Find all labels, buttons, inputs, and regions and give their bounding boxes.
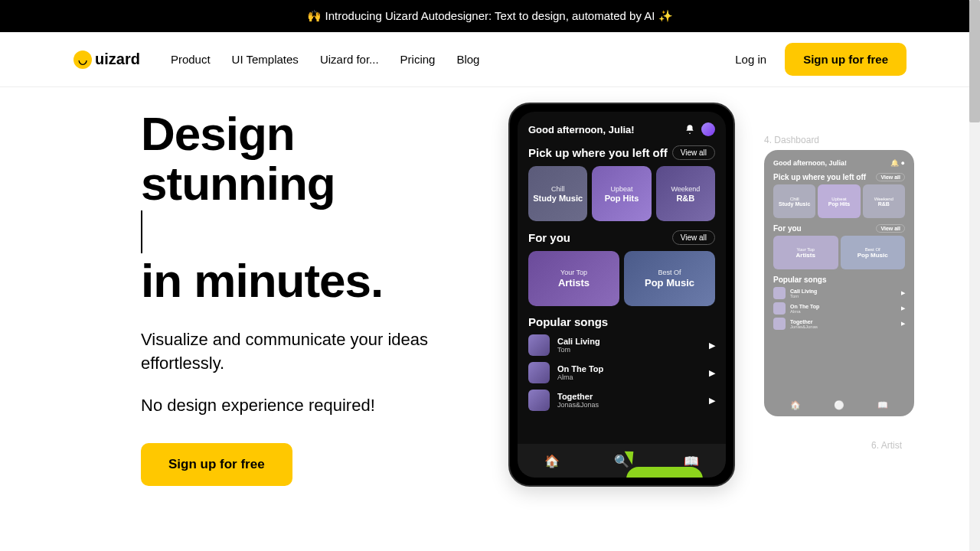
foryou-viewall[interactable]: View all bbox=[672, 230, 715, 245]
signup-button[interactable]: Sign up for free bbox=[785, 43, 906, 76]
toggle-icon: ⚪ bbox=[834, 400, 844, 410]
hero-title-line3: in minutes. bbox=[141, 256, 462, 305]
song-row[interactable]: On The TopAlma ▶ bbox=[528, 362, 715, 383]
hero-title: Design stunning in minutes. bbox=[141, 109, 462, 305]
library-icon[interactable]: 📖 bbox=[684, 454, 699, 468]
section-foryou-head: For you View all bbox=[528, 230, 715, 245]
typing-cursor-icon bbox=[141, 210, 142, 253]
play-icon: ▶ bbox=[901, 321, 905, 327]
foryou-title: For you bbox=[528, 231, 570, 244]
sp-song: On The TopAlma▶ bbox=[773, 302, 905, 315]
hero-cta-button[interactable]: Sign up for free bbox=[141, 443, 292, 486]
card-rnb[interactable]: WeekendR&B bbox=[656, 166, 715, 221]
hero-title-line1: Design bbox=[141, 109, 462, 158]
main-nav: ◡ uizard Product UI Templates Uizard for… bbox=[0, 32, 980, 87]
pickup-title: Pick up where you left off bbox=[528, 146, 668, 159]
library-icon: 📖 bbox=[877, 400, 888, 410]
nav-for[interactable]: Uizard for... bbox=[320, 53, 379, 66]
nav-pricing[interactable]: Pricing bbox=[400, 53, 436, 66]
sketch-label-artist: 6. Artist bbox=[871, 440, 902, 451]
avatar-icon bbox=[701, 122, 715, 136]
announcement-bar[interactable]: 🙌 Introducing Uizard Autodesigner: Text … bbox=[0, 0, 980, 32]
sp-card: UpbeatPop Hits bbox=[818, 184, 860, 218]
play-icon[interactable]: ▶ bbox=[709, 368, 715, 378]
user-tag bbox=[626, 467, 703, 478]
song-text: Cali LivingTom bbox=[557, 337, 701, 354]
phone-mockup: Good afternoon, Julia! Pick up where you… bbox=[508, 103, 735, 487]
section-pickup-head: Pick up where you left off View all bbox=[528, 145, 715, 160]
pickup-viewall[interactable]: View all bbox=[672, 145, 715, 160]
hero-title-line2: stunning bbox=[141, 158, 462, 208]
sp-cards2: Your TopArtists Best OfPop Music bbox=[773, 236, 905, 269]
home-icon[interactable]: 🏠 bbox=[544, 454, 560, 468]
home-icon: 🏠 bbox=[790, 400, 801, 410]
card-study[interactable]: ChillStudy Music bbox=[528, 166, 587, 221]
song-row[interactable]: Cali LivingTom ▶ bbox=[528, 334, 715, 356]
hero-subtitle-2: No design experience required! bbox=[141, 396, 462, 416]
song-art-icon bbox=[528, 362, 550, 383]
greeting-icons bbox=[684, 122, 715, 136]
song-text: On The TopAlma bbox=[557, 364, 701, 381]
greeting-row: Good afternoon, Julia! bbox=[528, 122, 715, 136]
sp-card: WeekendR&B bbox=[863, 184, 905, 218]
sp-song: TogetherJonas&Jonas▶ bbox=[773, 318, 905, 330]
play-icon[interactable]: ▶ bbox=[709, 341, 715, 350]
hero-copy: Design stunning in minutes. Visualize an… bbox=[141, 103, 462, 487]
scroll-thumb[interactable] bbox=[969, 0, 980, 122]
sp-greeting: Good afternoon, Julia!🔔 ● bbox=[773, 159, 905, 167]
nav-product[interactable]: Product bbox=[171, 53, 211, 66]
nav-blog[interactable]: Blog bbox=[456, 53, 479, 66]
nav-right: Log in Sign up for free bbox=[735, 43, 906, 76]
sp-icons: 🔔 ● bbox=[890, 159, 905, 167]
foryou-cards: Your TopArtists Best OfPop Music bbox=[528, 251, 715, 306]
play-icon: ▶ bbox=[901, 290, 905, 296]
logo-icon: ◡ bbox=[74, 51, 92, 69]
sp-cards3: ChillStudy Music UpbeatPop Hits WeekendR… bbox=[773, 184, 905, 218]
sp-sec3: Popular songs bbox=[773, 276, 905, 284]
sp-song: Cali LivingTom▶ bbox=[773, 287, 905, 299]
sp-card: ChillStudy Music bbox=[773, 184, 815, 218]
song-art-icon bbox=[528, 390, 550, 411]
bell-icon bbox=[684, 124, 695, 135]
song-art-icon bbox=[528, 334, 550, 356]
login-link[interactable]: Log in bbox=[735, 53, 766, 66]
phone-screen: Good afternoon, Julia! Pick up where you… bbox=[518, 112, 726, 478]
pickup-cards: ChillStudy Music UpbeatPop Hits WeekendR… bbox=[528, 166, 715, 221]
scrollbar[interactable] bbox=[969, 0, 980, 551]
sketch-area: 4. Dashboard Good afternoon, Julia!🔔 ● P… bbox=[764, 103, 906, 487]
play-icon[interactable]: ▶ bbox=[709, 396, 715, 406]
greeting-text: Good afternoon, Julia! bbox=[528, 124, 635, 135]
sp-sec2: For youView all bbox=[773, 224, 905, 233]
popular-title: Popular songs bbox=[528, 315, 715, 328]
sketch-phone: Good afternoon, Julia!🔔 ● Pick up where … bbox=[764, 150, 914, 416]
logo-text: uizard bbox=[95, 51, 140, 68]
typing-cursor-line bbox=[141, 208, 462, 256]
play-icon: ▶ bbox=[901, 305, 905, 311]
hero-subtitle-1: Visualize and communicate your ideas eff… bbox=[141, 328, 462, 376]
sp-bottom-nav: 🏠⚪📖 bbox=[773, 400, 905, 410]
song-text: TogetherJonas&Jonas bbox=[557, 392, 701, 409]
sp-card2: Best OfPop Music bbox=[841, 236, 906, 269]
card-popmusic[interactable]: Best OfPop Music bbox=[624, 251, 715, 306]
sp-card2: Your TopArtists bbox=[773, 236, 838, 269]
hero-section: Design stunning in minutes. Visualize an… bbox=[0, 87, 980, 487]
sketch-label-dashboard: 4. Dashboard bbox=[764, 135, 819, 145]
logo[interactable]: ◡ uizard bbox=[74, 51, 140, 69]
song-row[interactable]: TogetherJonas&Jonas ▶ bbox=[528, 390, 715, 411]
nav-templates[interactable]: UI Templates bbox=[232, 53, 299, 66]
hero-visual: Good afternoon, Julia! Pick up where you… bbox=[508, 103, 906, 487]
card-pop[interactable]: UpbeatPop Hits bbox=[592, 166, 651, 221]
sp-sec1: Pick up where you left offView all bbox=[773, 173, 905, 181]
card-artists[interactable]: Your TopArtists bbox=[528, 251, 619, 306]
nav-links: Product UI Templates Uizard for... Prici… bbox=[171, 53, 480, 66]
